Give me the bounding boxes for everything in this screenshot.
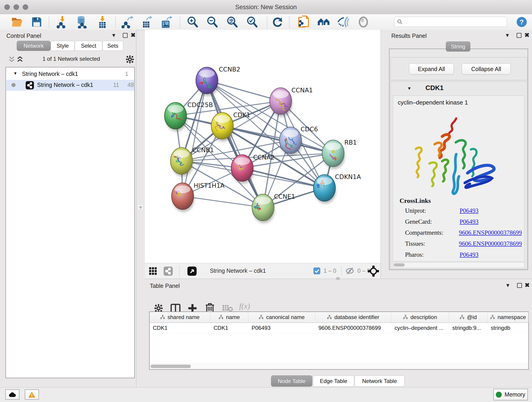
column-header-label: canonical name <box>266 314 304 320</box>
function-builder-fx[interactable]: f(x) <box>239 302 250 311</box>
network-node-CCNA2[interactable] <box>231 155 254 184</box>
tab-network-table[interactable]: Network Table <box>355 375 405 387</box>
node-label-RB1: RB1 <box>344 139 357 146</box>
search-field[interactable] <box>394 17 507 27</box>
table-hscroll-thumb[interactable] <box>151 365 191 368</box>
export-image-icon[interactable] <box>160 16 173 28</box>
collapse-all-button[interactable]: Collapse All <box>462 64 511 75</box>
crosslink-value-link[interactable]: 9606.ENSP00000378699 <box>459 240 522 247</box>
control-panel: Control Panel ▾ ✖ NetworkStyleSelectSets… <box>0 30 136 387</box>
panel-float-icon[interactable] <box>517 283 522 288</box>
home-networks-icon[interactable] <box>317 16 330 28</box>
tab-sets[interactable]: Sets <box>102 41 123 51</box>
network-node-CCNB1[interactable] <box>171 148 193 177</box>
column-header-name[interactable]: name <box>210 312 248 322</box>
protein-section: ▼ CDK1 cyclin–dependent kinase 1 <box>390 81 527 269</box>
column-header-shared-name[interactable]: shared name <box>150 312 210 322</box>
network-canvas[interactable]: CCNB2CCNA1CDC25BCDK1CDC6RB1CCNB1CCNA2CDK… <box>145 30 381 263</box>
column-header-canonical-name[interactable]: canonical name <box>248 312 315 322</box>
refresh-icon[interactable] <box>271 16 284 28</box>
column-header-@id[interactable]: @id <box>449 312 488 322</box>
panel-float-icon[interactable] <box>123 33 128 38</box>
panel-close-icon[interactable]: ✖ <box>525 32 530 38</box>
tab-string[interactable]: String <box>446 41 470 51</box>
network-node-CCNB2[interactable] <box>196 67 218 96</box>
string-view-icon[interactable] <box>164 267 173 276</box>
tab-select[interactable]: Select <box>75 41 102 51</box>
crosslink-value-link[interactable]: P06493 <box>460 251 479 258</box>
tree-expand-triangle-icon[interactable]: ▼ <box>13 71 17 76</box>
search-input[interactable] <box>403 18 500 25</box>
zoom-out-icon[interactable] <box>206 16 219 28</box>
zoom-selected-icon[interactable] <box>246 16 259 28</box>
export-network-icon[interactable] <box>121 16 134 28</box>
memory-label: Memory <box>505 391 525 398</box>
selected-checkbox-icon[interactable] <box>313 268 320 274</box>
network-node-CDKN1A[interactable] <box>313 175 336 204</box>
protein-description: cyclin–dependent kinase 1 <box>398 99 468 106</box>
crosslink-value-link[interactable]: P06493 <box>460 207 479 214</box>
panel-divider-handle[interactable] <box>336 277 340 280</box>
delete-table-icon[interactable] <box>222 305 233 312</box>
collapse-all-icon[interactable] <box>9 56 15 63</box>
tab-node-table[interactable]: Node Table <box>271 375 312 387</box>
expand-all-icon[interactable] <box>17 56 23 63</box>
network-node-CCNA1[interactable] <box>270 88 292 117</box>
network-node-CDC25B[interactable] <box>165 102 187 131</box>
inspect-eye-icon[interactable] <box>357 16 370 28</box>
panel-menu-caret-icon[interactable]: ▾ <box>506 282 509 288</box>
birds-eye-grid-icon[interactable] <box>149 267 157 275</box>
export-table-icon[interactable] <box>140 16 153 28</box>
tab-edge-table[interactable]: Edge Table <box>313 375 354 387</box>
panel-float-icon[interactable] <box>517 33 521 38</box>
share-document-icon[interactable] <box>298 16 310 28</box>
table-panel: Table Panel ▾ ✖ f(x) shared namenamecano… <box>145 279 532 387</box>
crosslink-value-link[interactable]: 9606.ENSP00000378699 <box>459 229 522 236</box>
warning-icon <box>28 391 36 398</box>
panel-divider-handle[interactable] <box>138 205 143 210</box>
section-collapse-triangle-icon[interactable]: ▼ <box>407 86 412 91</box>
results-hscrollbar[interactable] <box>393 262 525 268</box>
help-icon[interactable]: ? <box>515 16 528 28</box>
network-node-CCNE1[interactable] <box>252 194 274 223</box>
cloud-status-button[interactable] <box>5 389 19 400</box>
import-table-icon[interactable] <box>96 16 109 28</box>
panel-menu-caret-icon[interactable]: ▾ <box>506 32 509 38</box>
network-node-CDC6[interactable] <box>279 127 302 156</box>
column-header-database-identifier[interactable]: database identifier <box>315 312 391 322</box>
warnings-button[interactable] <box>25 389 39 400</box>
network-tree-root-row[interactable]: ▼ String Network – cdk1 1 <box>6 69 134 79</box>
save-session-icon[interactable] <box>30 16 43 28</box>
node-label-CCNE1: CCNE1 <box>274 193 295 200</box>
network-node-RB1[interactable] <box>322 140 345 169</box>
open-session-icon[interactable] <box>11 16 24 28</box>
network-node-CDK1[interactable] <box>211 113 234 141</box>
tab-style[interactable]: Style <box>51 41 75 51</box>
memory-button[interactable]: Memory <box>493 389 528 400</box>
protein-structure-image <box>406 114 502 199</box>
panel-close-icon[interactable]: ✖ <box>131 32 136 38</box>
import-database-icon[interactable] <box>75 16 88 28</box>
panel-close-icon[interactable]: ✖ <box>525 282 530 288</box>
hide-panel-eye-icon[interactable] <box>337 16 350 28</box>
results-hscroll-thumb[interactable] <box>394 263 405 267</box>
fit-content-crosshair-icon[interactable] <box>367 265 380 277</box>
zoom-fit-icon[interactable] <box>226 16 239 28</box>
crosslink-value-link[interactable]: P06493 <box>460 218 479 225</box>
network-tree-selected-row[interactable]: String Network – cdk1 11 48 <box>6 80 134 91</box>
table-hscrollbar[interactable] <box>150 364 528 369</box>
import-network-icon[interactable] <box>56 16 69 28</box>
crosslink-label: GeneCard: <box>405 218 460 225</box>
zoom-in-icon[interactable] <box>186 16 199 28</box>
tab-network[interactable]: Network <box>17 41 51 51</box>
panel-menu-caret-icon[interactable]: ▾ <box>112 32 115 38</box>
table-row[interactable]: CDK1CDK1P064939606.ENSP00000378699cyclin… <box>150 323 528 333</box>
network-node-HIST1H1A[interactable] <box>172 183 194 212</box>
bar-separator <box>179 265 179 277</box>
hidden-eye-slash-icon[interactable] <box>346 267 354 275</box>
column-header-namespace[interactable]: namespace <box>488 312 529 322</box>
expand-all-button[interactable]: Expand All <box>409 64 454 75</box>
column-header-description[interactable]: description <box>391 312 449 322</box>
network-options-gear-icon[interactable] <box>126 55 134 64</box>
open-in-window-icon[interactable] <box>187 267 196 276</box>
